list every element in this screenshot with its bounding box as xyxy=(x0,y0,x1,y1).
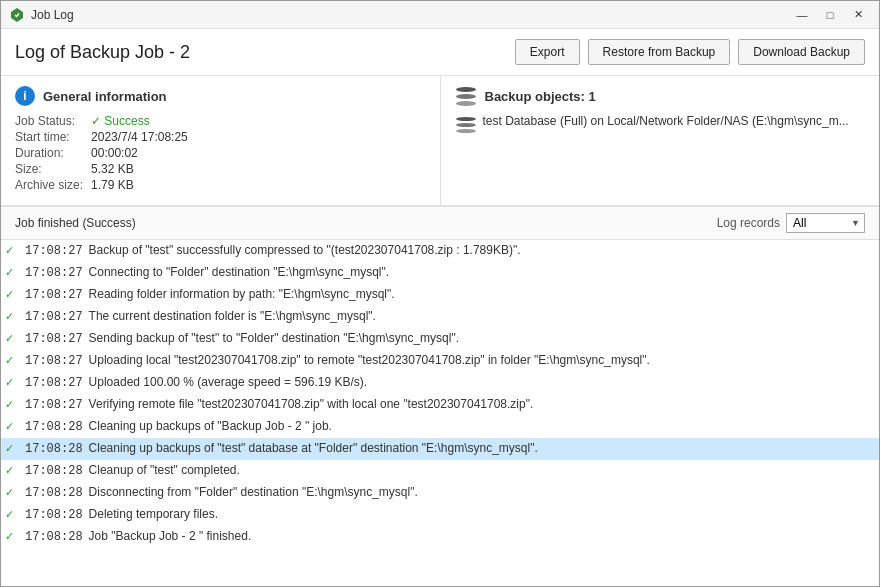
log-message: Backup of "test" successfully compressed… xyxy=(89,241,521,259)
check-icon: ✓ xyxy=(5,352,19,369)
job-status-value: ✓ Success xyxy=(91,114,425,128)
backup-objects-title: Backup objects: 1 xyxy=(485,89,596,104)
log-entry[interactable]: ✓17:08:27Sending backup of "test" to "Fo… xyxy=(1,328,879,350)
log-entry[interactable]: ✓17:08:27Verifying remote file "test2023… xyxy=(1,394,879,416)
app-icon xyxy=(9,7,25,23)
log-entry[interactable]: ✓17:08:28Cleaning up backups of "test" d… xyxy=(1,438,879,460)
log-time: 17:08:28 xyxy=(25,528,83,546)
check-icon: ✓ xyxy=(5,418,19,435)
check-icon: ✓ xyxy=(5,528,19,545)
log-message: Reading folder information by path: "E:\… xyxy=(89,285,395,303)
log-entry[interactable]: ✓17:08:27Uploaded 100.00 % (average spee… xyxy=(1,372,879,394)
log-filter-area: Log records All Errors Warnings Info xyxy=(717,213,865,233)
log-header-title: Job finished (Success) xyxy=(15,216,136,230)
log-message: Job "Backup Job - 2 " finished. xyxy=(89,527,252,545)
backup-objects-header: Backup objects: 1 xyxy=(455,86,866,106)
check-icon: ✓ xyxy=(5,462,19,479)
title-bar: Job Log — □ ✕ xyxy=(1,1,879,29)
check-icon: ✓ xyxy=(5,308,19,325)
check-icon: ✓ xyxy=(5,374,19,391)
check-icon: ✓ xyxy=(5,396,19,413)
size-value: 5.32 KB xyxy=(91,162,425,176)
backup-db-icon xyxy=(455,115,477,135)
log-entry[interactable]: ✓17:08:27Reading folder information by p… xyxy=(1,284,879,306)
log-message: Deleting temporary files. xyxy=(89,505,218,523)
page-header: Log of Backup Job - 2 Export Restore fro… xyxy=(1,29,879,76)
log-message: Disconnecting from "Folder" destination … xyxy=(89,483,418,501)
log-time: 17:08:27 xyxy=(25,330,83,348)
check-icon: ✓ xyxy=(5,506,19,523)
log-entry[interactable]: ✓17:08:27The current destination folder … xyxy=(1,306,879,328)
archive-size-label: Archive size: xyxy=(15,178,83,192)
log-time: 17:08:27 xyxy=(25,396,83,414)
log-message: Cleaning up backups of "Backup Job - 2 "… xyxy=(89,417,332,435)
log-time: 17:08:27 xyxy=(25,308,83,326)
backup-object-text: test Database (Full) on Local/Network Fo… xyxy=(483,114,849,128)
log-time: 17:08:28 xyxy=(25,440,83,458)
general-info-panel: i General information Job Status: ✓ Succ… xyxy=(1,76,441,205)
page-title: Log of Backup Job - 2 xyxy=(15,42,190,63)
size-label: Size: xyxy=(15,162,83,176)
archive-size-value: 1.79 KB xyxy=(91,178,425,192)
general-info-title: General information xyxy=(43,89,167,104)
log-message: Sending backup of "test" to "Folder" des… xyxy=(89,329,459,347)
log-filter-label: Log records xyxy=(717,216,780,230)
log-entry[interactable]: ✓17:08:28Deleting temporary files. xyxy=(1,504,879,526)
log-time: 17:08:27 xyxy=(25,242,83,260)
check-icon: ✓ xyxy=(5,264,19,281)
check-icon: ✓ xyxy=(5,286,19,303)
log-time: 17:08:28 xyxy=(25,484,83,502)
check-icon: ✓ xyxy=(5,440,19,457)
log-entry[interactable]: ✓17:08:27Backup of "test" successfully c… xyxy=(1,240,879,262)
backup-object-row: test Database (Full) on Local/Network Fo… xyxy=(455,114,866,135)
log-entry[interactable]: ✓17:08:27Connecting to "Folder" destinat… xyxy=(1,262,879,284)
check-icon: ✓ xyxy=(5,330,19,347)
log-time: 17:08:28 xyxy=(25,418,83,436)
log-message: Cleanup of "test" completed. xyxy=(89,461,240,479)
start-time-label: Start time: xyxy=(15,130,83,144)
log-message: Connecting to "Folder" destination "E:\h… xyxy=(89,263,390,281)
log-filter-wrapper[interactable]: All Errors Warnings Info xyxy=(786,213,865,233)
log-message: Cleaning up backups of "test" database a… xyxy=(89,439,538,457)
log-time: 17:08:27 xyxy=(25,352,83,370)
log-time: 17:08:28 xyxy=(25,506,83,524)
restore-button[interactable]: Restore from Backup xyxy=(588,39,731,65)
log-list[interactable]: ✓17:08:27Backup of "test" successfully c… xyxy=(1,240,879,586)
backup-objects-panel: Backup objects: 1 test Database (Full) o… xyxy=(441,76,880,205)
general-info-header: i General information xyxy=(15,86,426,106)
log-section: Job finished (Success) Log records All E… xyxy=(1,206,879,586)
check-icon: ✓ xyxy=(5,242,19,259)
log-time: 17:08:27 xyxy=(25,374,83,392)
download-button[interactable]: Download Backup xyxy=(738,39,865,65)
log-entry[interactable]: ✓17:08:28Job "Backup Job - 2 " finished. xyxy=(1,526,879,548)
info-section: i General information Job Status: ✓ Succ… xyxy=(1,76,879,206)
start-time-value: 2023/7/4 17:08:25 xyxy=(91,130,425,144)
log-message: Uploading local "test202307041708.zip" t… xyxy=(89,351,650,369)
content-area: i General information Job Status: ✓ Succ… xyxy=(1,76,879,586)
info-table: Job Status: ✓ Success Start time: 2023/7… xyxy=(15,114,426,192)
check-icon: ✓ xyxy=(5,484,19,501)
header-buttons: Export Restore from Backup Download Back… xyxy=(515,39,865,65)
log-message: Verifying remote file "test202307041708.… xyxy=(89,395,534,413)
duration-label: Duration: xyxy=(15,146,83,160)
export-button[interactable]: Export xyxy=(515,39,580,65)
log-filter-select[interactable]: All Errors Warnings Info xyxy=(786,213,865,233)
log-entry[interactable]: ✓17:08:28Cleaning up backups of "Backup … xyxy=(1,416,879,438)
maximize-button[interactable]: □ xyxy=(817,5,843,25)
log-time: 17:08:27 xyxy=(25,286,83,304)
log-time: 17:08:28 xyxy=(25,462,83,480)
window-controls: — □ ✕ xyxy=(789,5,871,25)
log-entry[interactable]: ✓17:08:28Cleanup of "test" completed. xyxy=(1,460,879,482)
log-entry[interactable]: ✓17:08:27Uploading local "test2023070417… xyxy=(1,350,879,372)
duration-value: 00:00:02 xyxy=(91,146,425,160)
log-message: Uploaded 100.00 % (average speed = 596.1… xyxy=(89,373,368,391)
job-status-label: Job Status: xyxy=(15,114,83,128)
close-button[interactable]: ✕ xyxy=(845,5,871,25)
title-bar-text: Job Log xyxy=(31,8,789,22)
log-time: 17:08:27 xyxy=(25,264,83,282)
log-header: Job finished (Success) Log records All E… xyxy=(1,207,879,240)
log-message: The current destination folder is "E:\hg… xyxy=(89,307,376,325)
info-icon: i xyxy=(15,86,35,106)
minimize-button[interactable]: — xyxy=(789,5,815,25)
log-entry[interactable]: ✓17:08:28Disconnecting from "Folder" des… xyxy=(1,482,879,504)
